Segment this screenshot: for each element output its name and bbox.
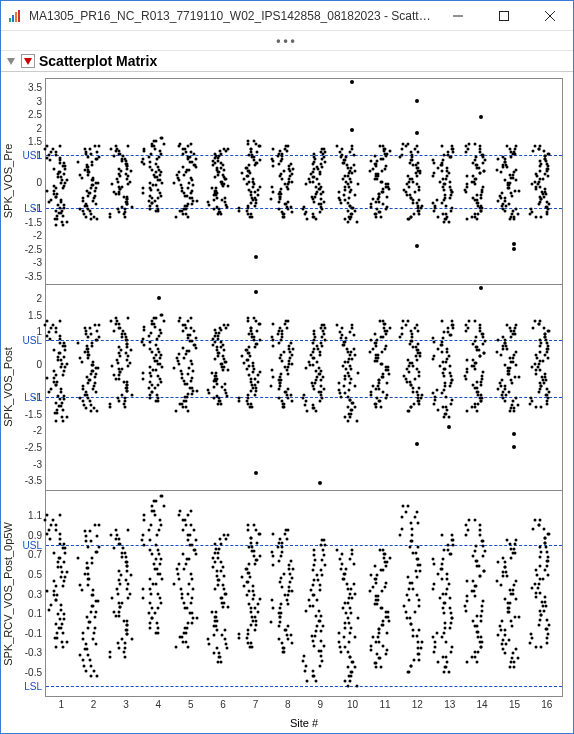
lsl-label: LSL bbox=[24, 203, 42, 214]
y-tick: -3 bbox=[33, 257, 42, 268]
window-title: MA1305_PR16_NC_R013_7719110_W02_IPS14285… bbox=[29, 9, 435, 23]
y-tick: -1.5 bbox=[25, 216, 42, 227]
y-tick: 0 bbox=[36, 359, 42, 370]
y-tick: 0 bbox=[36, 176, 42, 187]
svg-rect-0 bbox=[9, 18, 11, 22]
panel-header: Scatterplot Matrix bbox=[1, 51, 573, 72]
svg-rect-2 bbox=[15, 12, 17, 22]
y-axis-label: SPK_VOS_Pre bbox=[1, 78, 15, 284]
x-tick: 12 bbox=[412, 699, 423, 710]
x-axis-label: Site # bbox=[45, 717, 563, 729]
y-tick: 2 bbox=[36, 122, 42, 133]
svg-rect-3 bbox=[18, 10, 20, 22]
y-tick: -3 bbox=[33, 458, 42, 469]
y-tick: 0.5 bbox=[28, 568, 42, 579]
x-tick: 7 bbox=[253, 699, 259, 710]
y-tick: -0.3 bbox=[25, 647, 42, 658]
x-tick: 14 bbox=[477, 699, 488, 710]
y-tick: 3 bbox=[36, 95, 42, 106]
y-tick: 1.5 bbox=[28, 136, 42, 147]
app-icon bbox=[7, 8, 23, 24]
y-tick: -3.5 bbox=[25, 475, 42, 486]
subplot-1[interactable]: -3.5-3-2.5-2-1.5-1011.52USLLSL bbox=[46, 285, 562, 491]
y-tick: 2 bbox=[36, 293, 42, 304]
red-triangle-icon bbox=[24, 58, 32, 65]
usl-label: USL bbox=[23, 149, 42, 160]
usl-label: USL bbox=[23, 334, 42, 345]
x-tick: 3 bbox=[123, 699, 129, 710]
titlebar: MA1305_PR16_NC_R013_7719110_W02_IPS14285… bbox=[1, 1, 573, 31]
x-tick: 13 bbox=[444, 699, 455, 710]
x-tick: 6 bbox=[220, 699, 226, 710]
svg-rect-1 bbox=[12, 15, 14, 22]
y-tick: -2.5 bbox=[25, 243, 42, 254]
x-tick: 9 bbox=[317, 699, 323, 710]
x-tick: 8 bbox=[285, 699, 291, 710]
lsl-label: LSL bbox=[24, 681, 42, 692]
y-tick: -2.5 bbox=[25, 442, 42, 453]
disclosure-triangle-icon[interactable] bbox=[5, 55, 17, 67]
y-tick: -1.5 bbox=[25, 408, 42, 419]
chart-area: -3.5-3-2.5-2-1.5-1011.522.533.5USLLSL-3.… bbox=[1, 72, 573, 733]
y-axis-label: SPK_RCV_VOS_Post_0p5W bbox=[1, 491, 15, 697]
usl-label: USL bbox=[23, 539, 42, 550]
x-tick: 15 bbox=[509, 699, 520, 710]
y-axis-label: SPK_VOS_Post bbox=[1, 284, 15, 490]
close-button[interactable] bbox=[527, 1, 573, 31]
y-tick: 0.3 bbox=[28, 588, 42, 599]
svg-rect-5 bbox=[500, 11, 509, 20]
maximize-button[interactable] bbox=[481, 1, 527, 31]
minimize-button[interactable] bbox=[435, 1, 481, 31]
y-tick: -0.5 bbox=[25, 666, 42, 677]
y-tick: -2 bbox=[33, 425, 42, 436]
y-tick: 2.5 bbox=[28, 109, 42, 120]
y-tick: 1.1 bbox=[28, 510, 42, 521]
y-tick: 0.1 bbox=[28, 608, 42, 619]
x-tick: 1 bbox=[58, 699, 64, 710]
x-tick: 5 bbox=[188, 699, 194, 710]
y-tick: -2 bbox=[33, 230, 42, 241]
y-tick: -3.5 bbox=[25, 270, 42, 281]
panel-title: Scatterplot Matrix bbox=[39, 53, 157, 69]
usl-line bbox=[46, 545, 562, 546]
y-tick: 0.7 bbox=[28, 549, 42, 560]
y-tick: 1.5 bbox=[28, 309, 42, 320]
x-tick: 11 bbox=[379, 699, 390, 710]
x-tick: 4 bbox=[156, 699, 162, 710]
x-tick: 16 bbox=[541, 699, 552, 710]
subplot-2[interactable]: -0.5-0.3-0.10.10.30.50.70.91.1USLLSL bbox=[46, 491, 562, 696]
x-tick: 2 bbox=[91, 699, 97, 710]
y-tick: -0.1 bbox=[25, 627, 42, 638]
x-axis-ticks: 12345678910111213141516 bbox=[45, 699, 563, 713]
y-tick: 3.5 bbox=[28, 82, 42, 93]
subplot-0[interactable]: -3.5-3-2.5-2-1.5-1011.522.533.5USLLSL bbox=[46, 79, 562, 285]
toolbar-overflow[interactable]: ••• bbox=[1, 31, 573, 51]
lsl-line bbox=[46, 686, 562, 687]
red-triangle-menu[interactable] bbox=[21, 54, 35, 68]
lsl-label: LSL bbox=[24, 392, 42, 403]
scatterplot-matrix[interactable]: -3.5-3-2.5-2-1.5-1011.522.533.5USLLSL-3.… bbox=[45, 78, 563, 697]
x-tick: 10 bbox=[347, 699, 358, 710]
